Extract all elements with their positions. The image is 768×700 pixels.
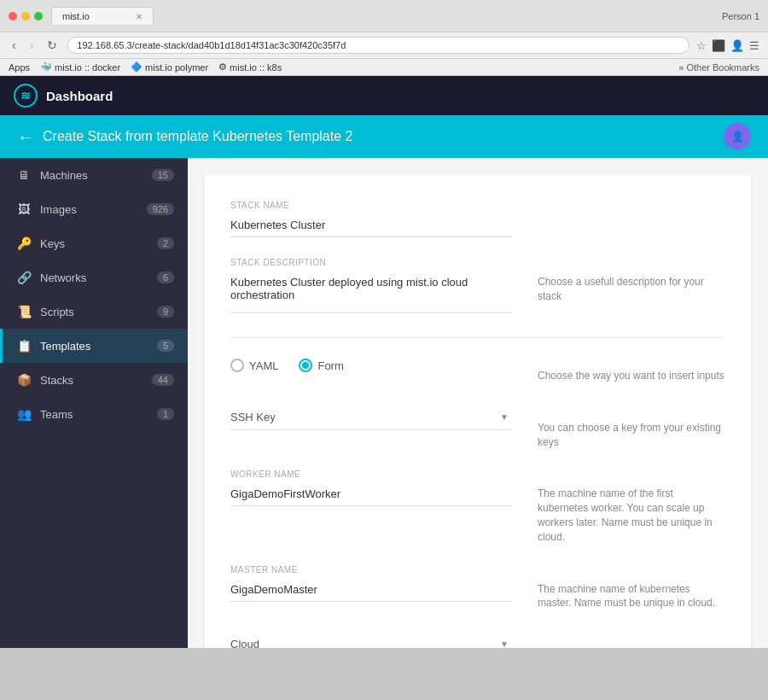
templates-icon: 📋	[16, 339, 32, 353]
app-logo: ≋ Dashboard	[14, 84, 113, 108]
stack-description-label: STACK DESCRIPTION	[230, 258, 512, 267]
stack-name-row: STACK NAME	[230, 201, 725, 237]
tab-close-btn[interactable]: ✕	[136, 12, 143, 21]
dot-red[interactable]	[9, 12, 17, 20]
bookmark-polymer[interactable]: 🔷 mist.io polymer	[131, 61, 208, 73]
master-name-field: MASTER NAME	[230, 565, 512, 611]
worker-name-row: WORKER NAME The machine name of the firs…	[230, 470, 725, 544]
app-header: ≋ Dashboard	[0, 76, 768, 115]
sidebar-item-images[interactable]: 🖼 Images 926	[0, 192, 188, 226]
sidebar-label-machines: Machines	[40, 169, 143, 182]
networks-badge: 6	[157, 271, 174, 283]
stack-name-field: STACK NAME	[230, 201, 512, 237]
other-bookmarks[interactable]: » Other Bookmarks	[678, 62, 759, 73]
master-name-hint: The machine name of kubernetes master. N…	[538, 565, 725, 611]
input-type-field: YAML Form	[230, 352, 512, 383]
stacks-icon: 📦	[16, 373, 32, 387]
scripts-icon: 📜	[16, 305, 32, 318]
sidebar-item-keys[interactable]: 🔑 Keys 2	[0, 226, 188, 260]
form-card: STACK NAME STACK DESCRIPTION Kubernetes …	[205, 175, 751, 648]
page-title: Create Stack from template Kubernetes Te…	[43, 129, 724, 144]
toolbar-icons: ☆ ⬛ 👤 ☰	[696, 39, 759, 52]
tab-title: mist.io	[62, 11, 90, 21]
master-name-input[interactable]	[230, 578, 512, 602]
sidebar-label-stacks: Stacks	[40, 374, 143, 387]
back-button[interactable]: ‹	[9, 37, 20, 54]
divider-1	[230, 337, 725, 338]
master-name-label: MASTER NAME	[230, 565, 512, 575]
worker-name-label: WORKER NAME	[230, 470, 512, 479]
scripts-badge: 9	[157, 306, 174, 318]
worker-name-input[interactable]	[230, 482, 512, 506]
main-layout: 🖥 Machines 15 🖼 Images 926 🔑 Keys 2 🔗 Ne…	[0, 158, 768, 648]
radio-form[interactable]: Form	[299, 359, 343, 372]
app-title: Dashboard	[46, 89, 113, 103]
images-badge: 926	[147, 203, 174, 215]
radio-form-circle	[299, 359, 312, 372]
ssh-key-row: SSH Key ▼ You can choose a key from your…	[230, 404, 725, 450]
cloud-select-wrapper: Cloud ▼	[230, 631, 512, 648]
bookmarks-bar: Apps 🐳 mist.io :: docker 🔷 mist.io polym…	[0, 59, 768, 76]
radio-form-label: Form	[317, 359, 343, 372]
sidebar-label-teams: Teams	[40, 408, 148, 421]
sidebar-item-teams[interactable]: 👥 Teams 1	[0, 397, 188, 431]
k8s-favicon: ⚙	[218, 61, 227, 73]
radio-yaml-label: YAML	[249, 359, 278, 372]
cloud-row: Cloud ▼ Choose on which one of your clou…	[230, 631, 725, 648]
templates-badge: 5	[157, 340, 174, 352]
cloud-select[interactable]: Cloud	[230, 638, 512, 648]
sidebar-item-networks[interactable]: 🔗 Networks 6	[0, 260, 188, 295]
sidebar-item-stacks[interactable]: 📦 Stacks 44	[0, 363, 188, 397]
input-type-row: YAML Form Choose the way you want to ins…	[230, 352, 725, 383]
logo-icon: ≋	[14, 84, 38, 108]
browser-tab-active[interactable]: mist.io ✕	[51, 7, 154, 25]
sidebar-item-machines[interactable]: 🖥 Machines 15	[0, 158, 188, 192]
teams-icon: 👥	[16, 407, 32, 421]
worker-name-field: WORKER NAME	[230, 470, 512, 544]
networks-icon: 🔗	[16, 271, 32, 284]
forward-button[interactable]: ›	[26, 37, 38, 54]
menu-icon[interactable]: ☰	[749, 39, 759, 52]
cloud-hint: Choose on which one of your clouds you w…	[538, 631, 725, 648]
bookmark-k8s[interactable]: ⚙ mist.io :: k8s	[218, 61, 282, 73]
radio-form-dot	[302, 362, 309, 369]
sidebar-label-templates: Templates	[40, 340, 148, 353]
ssh-key-select-wrapper: SSH Key ▼	[230, 404, 512, 430]
address-bar[interactable]: 192.168.65.3/create-stack/dad40b1d18d14f…	[67, 37, 689, 54]
browser-toolbar: ‹ › ↻ 192.168.65.3/create-stack/dad40b1d…	[0, 32, 768, 59]
back-to-templates-button[interactable]: ←	[17, 127, 34, 147]
stack-description-hint: Choose a usefull description for your st…	[538, 258, 725, 317]
dot-yellow[interactable]	[21, 12, 30, 20]
stack-description-input[interactable]: Kubernetes Cluster deployed using mist.i…	[230, 271, 512, 313]
polymer-favicon: 🔷	[131, 61, 143, 73]
stacks-badge: 44	[152, 374, 174, 386]
stack-name-label: STACK NAME	[230, 201, 512, 210]
page-header: ← Create Stack from template Kubernetes …	[0, 115, 768, 158]
bookmark-apps[interactable]: Apps	[9, 62, 30, 73]
bookmark-star-icon[interactable]: ☆	[696, 39, 707, 52]
stack-description-field: STACK DESCRIPTION Kubernetes Cluster dep…	[230, 258, 512, 317]
avatar: 👤	[724, 123, 751, 150]
stop-icon[interactable]: ⬛	[712, 39, 725, 52]
stack-description-row: STACK DESCRIPTION Kubernetes Cluster dep…	[230, 258, 725, 317]
sidebar-item-scripts[interactable]: 📜 Scripts 9	[0, 295, 188, 329]
bookmark-docker[interactable]: 🐳 mist.io :: docker	[40, 61, 120, 73]
sidebar: 🖥 Machines 15 🖼 Images 926 🔑 Keys 2 🔗 Ne…	[0, 158, 188, 648]
radio-yaml[interactable]: YAML	[230, 359, 278, 372]
stack-name-input[interactable]	[230, 213, 512, 237]
sidebar-label-keys: Keys	[40, 237, 148, 250]
profile-icon[interactable]: 👤	[730, 39, 744, 52]
radio-group: YAML Form	[230, 352, 512, 379]
radio-yaml-circle	[230, 359, 244, 372]
sidebar-item-templates[interactable]: 📋 Templates 5	[0, 329, 188, 363]
worker-name-hint: The machine name of the first kubernetes…	[538, 470, 725, 544]
ssh-key-hint: You can choose a key from your existing …	[538, 404, 725, 450]
browser-chrome: mist.io ✕ Person 1 ‹ › ↻ 192.168.65.3/cr…	[0, 0, 768, 76]
ssh-key-field: SSH Key ▼	[230, 404, 512, 450]
cloud-field: Cloud ▼	[230, 631, 512, 648]
ssh-key-select[interactable]: SSH Key	[230, 411, 512, 423]
refresh-button[interactable]: ↻	[44, 37, 61, 54]
dot-green[interactable]	[34, 12, 43, 20]
keys-icon: 🔑	[16, 236, 32, 250]
master-name-row: MASTER NAME The machine name of kubernet…	[230, 565, 725, 611]
